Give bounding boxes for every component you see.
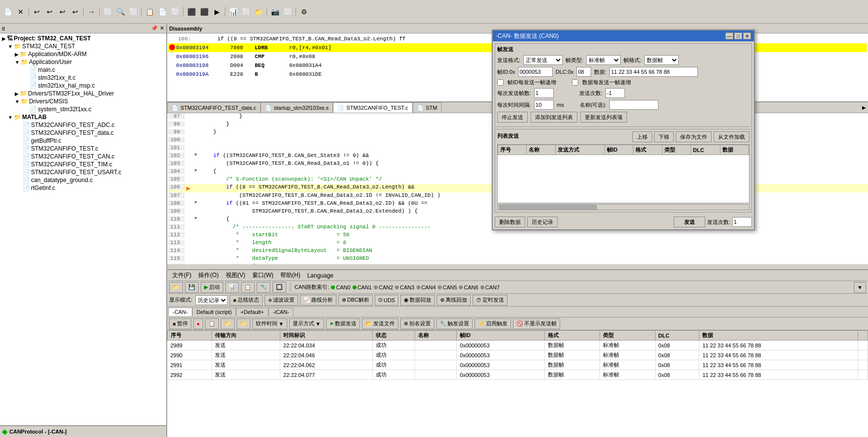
data-table-container[interactable]: 序号 传输方向 时间标识 状态 名称 帧ID 格式 类型 DLC 数据 bbox=[167, 330, 868, 437]
toolbar-icon4[interactable]: 🔲 bbox=[272, 282, 286, 293]
btn-copy[interactable]: 📋 bbox=[205, 318, 219, 329]
btn-stop-send[interactable]: 停止发送 bbox=[497, 112, 528, 123]
tree-item-stm32[interactable]: ▼ 📁 STM32_CAN_TEST bbox=[1, 42, 165, 50]
toolbar-btn4[interactable]: 📋 bbox=[144, 6, 155, 18]
btn-offline[interactable]: ⊗ 离线回放 bbox=[437, 295, 471, 306]
btn-update-list[interactable]: 更新发送列表项 bbox=[580, 112, 627, 123]
frame-id-input[interactable] bbox=[518, 67, 553, 77]
frame-format-select[interactable]: 数据帧 bbox=[644, 55, 679, 65]
toolbar-icon2[interactable]: 📋 bbox=[241, 282, 255, 293]
code-hscroll[interactable] bbox=[167, 264, 868, 269]
pin-icon[interactable]: 📌 bbox=[151, 25, 158, 31]
tab-can[interactable]: -CAN- bbox=[168, 308, 192, 316]
toolbar-btn9[interactable]: ▶ bbox=[211, 6, 223, 18]
btn-folder2[interactable]: 📁 bbox=[237, 318, 250, 329]
btn-folder1[interactable]: 📁 bbox=[221, 318, 235, 329]
close-icon[interactable]: ✕ bbox=[160, 25, 164, 31]
data-input[interactable] bbox=[609, 67, 698, 77]
list-hscroll[interactable] bbox=[497, 204, 749, 210]
tab-test-c[interactable]: 📄 STM32CANFIFO_TEST.c bbox=[333, 102, 412, 113]
can3-radio[interactable]: CAN3 bbox=[395, 284, 414, 290]
toolbar-more[interactable]: ▼ bbox=[854, 282, 866, 293]
tree-item-it[interactable]: 📄 stm32f1xx_it.c bbox=[1, 74, 165, 82]
toolbar-undo3[interactable]: ↩ bbox=[57, 6, 68, 18]
tab-default-script[interactable]: Default (script) bbox=[192, 308, 237, 316]
tree-item-system[interactable]: 📄 system_stm32f1xx.c bbox=[1, 105, 165, 113]
tab-data-c[interactable]: 📄 STM32CANFIFO_TEST_data.c bbox=[167, 102, 261, 113]
btn-replay[interactable]: ◉ 数据回放 bbox=[400, 295, 435, 306]
display-mode-select[interactable]: 历史记录 bbox=[195, 295, 228, 305]
tree-item-usart[interactable]: 📄 STM32CANFIFO_TEST_USART.c bbox=[1, 168, 165, 176]
name-input[interactable] bbox=[609, 100, 658, 110]
btn-bus-status[interactable]: ■ 总线状态 bbox=[230, 295, 263, 306]
tree-item-dtype[interactable]: 📄 can_datatype_ground.c bbox=[1, 176, 165, 184]
list-table-container[interactable]: 序号 名称 发送方式 帧ID 格式 类型 DLC 数据 bbox=[497, 144, 749, 203]
tree-item-adc[interactable]: 📄 STM32CANFIFO_TEST_ADC.c bbox=[1, 121, 165, 129]
menu-language[interactable]: Language bbox=[304, 271, 336, 280]
toolbar-forward[interactable]: → bbox=[86, 6, 97, 18]
send-count2-input[interactable] bbox=[732, 217, 752, 227]
toolbar-btn7[interactable]: ⬛ bbox=[185, 6, 197, 18]
toolbar-btn8[interactable]: ⬛ bbox=[198, 6, 210, 18]
menu-help[interactable]: 帮助(H) bbox=[277, 270, 303, 281]
toolbar-btn5[interactable]: 📄 bbox=[156, 6, 168, 18]
tab-default-plus[interactable]: +Default+ bbox=[236, 308, 269, 316]
btn-dbc[interactable]: ⊕ DBC解析 bbox=[338, 295, 373, 306]
toolbar-btn3[interactable]: ⬜ bbox=[127, 6, 139, 18]
toolbar-start[interactable]: ▶ 启动 bbox=[201, 282, 223, 293]
btn-add-list[interactable]: 添加到发送列表 bbox=[531, 112, 577, 123]
frame-type-select[interactable]: 标准帧 bbox=[586, 55, 621, 65]
can-window-minimize[interactable]: — bbox=[725, 32, 733, 39]
toolbar-icon1[interactable]: 📊 bbox=[225, 282, 239, 293]
tab-scroll-right[interactable]: ▶ bbox=[862, 105, 866, 110]
checkbox-frame-id[interactable] bbox=[497, 79, 504, 86]
can-window-maximize[interactable]: □ bbox=[734, 32, 742, 39]
toolbar-undo1[interactable]: ↩ bbox=[31, 6, 43, 18]
btn-up[interactable]: 上移 bbox=[632, 131, 652, 142]
toolbar-btn11[interactable]: ⬜ bbox=[240, 6, 252, 18]
menu-operate[interactable]: 操作(O) bbox=[195, 270, 221, 281]
tree-item-msp[interactable]: 📄 stm32f1xx_hal_msp.c bbox=[1, 82, 165, 90]
toolbar-btn2[interactable]: 🔍 bbox=[115, 6, 126, 18]
toolbar-btn13[interactable]: 📷 bbox=[269, 6, 281, 18]
btn-alias[interactable]: ⊕ 别名设置 bbox=[400, 318, 434, 329]
tab-ican[interactable]: -iCAN- bbox=[269, 308, 294, 316]
btn-enable-trigger[interactable]: ⚡ 启用触发 bbox=[475, 318, 511, 329]
send-format-select[interactable]: 正常发送 bbox=[523, 55, 563, 65]
btn-load-file[interactable]: 从文件加载 bbox=[714, 131, 749, 142]
tree-item-getbuff[interactable]: 📄 getBuffPtr.c bbox=[1, 137, 165, 145]
interval-input[interactable] bbox=[534, 100, 554, 110]
tree-item-mdk[interactable]: ▶ 📁 Application/MDK-ARM bbox=[1, 50, 165, 58]
tree-item-tim[interactable]: 📄 STM32CANFIFO_TEST_TIM.c bbox=[1, 160, 165, 168]
menu-view[interactable]: 视图(V) bbox=[223, 270, 248, 281]
btn-display-mode2[interactable]: 显示方式 ▼ bbox=[289, 318, 324, 329]
tree-item-drivers-stm32[interactable]: ▶ 📁 Drivers/STM32F1xx_HAL_Driver bbox=[1, 90, 165, 97]
tree-item-rtgetinf[interactable]: 📄 rtGetInf.c bbox=[1, 184, 165, 192]
dlc-input[interactable] bbox=[576, 67, 591, 77]
btn-delete-data[interactable]: 删除数据 bbox=[495, 217, 525, 227]
toolbar-btn12[interactable]: 📁 bbox=[253, 6, 265, 18]
tree-item-matlab[interactable]: ▼ 📁 MATLAB bbox=[1, 113, 165, 121]
toolbar-undo4[interactable]: ↩ bbox=[69, 6, 81, 18]
toolbar-open[interactable]: 📁 bbox=[169, 282, 183, 293]
tree-item-appuser[interactable]: ▼ 📁 Application/User bbox=[1, 58, 165, 66]
btn-save-file[interactable]: 保存为文件 bbox=[676, 131, 712, 142]
can1-radio[interactable]: CAN1 bbox=[353, 284, 372, 290]
can2-radio[interactable]: CAN2 bbox=[374, 284, 393, 290]
btn-down[interactable]: 下移 bbox=[654, 131, 674, 142]
btn-time-mode[interactable]: 软件时间 ▼ bbox=[252, 318, 287, 329]
can0-radio[interactable]: CAN0 bbox=[331, 284, 350, 290]
tree-item-project-root[interactable]: ▶ 🏗 Project: STM32_CAN_TEST bbox=[1, 34, 165, 42]
menu-window[interactable]: 窗口(W) bbox=[249, 270, 276, 281]
btn-hide-send[interactable]: 🚫 不显示发送帧 bbox=[513, 318, 560, 329]
can7-radio[interactable]: CAN7 bbox=[480, 284, 500, 290]
tree-item-test[interactable]: 📄 STM32CANFIFO_TEST.c bbox=[1, 145, 165, 153]
can6-radio[interactable]: CAN6 bbox=[459, 284, 478, 290]
toolbar-btn1[interactable]: ⬜ bbox=[102, 6, 114, 18]
btn-data-send[interactable]: ➤ 数据发送 bbox=[326, 318, 360, 329]
btn-history[interactable]: 历史记录 bbox=[527, 217, 558, 227]
canprotocol-taskbar[interactable]: ◆ CANProtocol - [-CAN-] bbox=[0, 425, 166, 437]
toolbar-btn15[interactable]: ⚙ bbox=[298, 6, 310, 18]
toolbar-file-icon[interactable]: 📄 bbox=[2, 6, 14, 18]
toolbar-icon3[interactable]: 🔧 bbox=[257, 282, 270, 293]
